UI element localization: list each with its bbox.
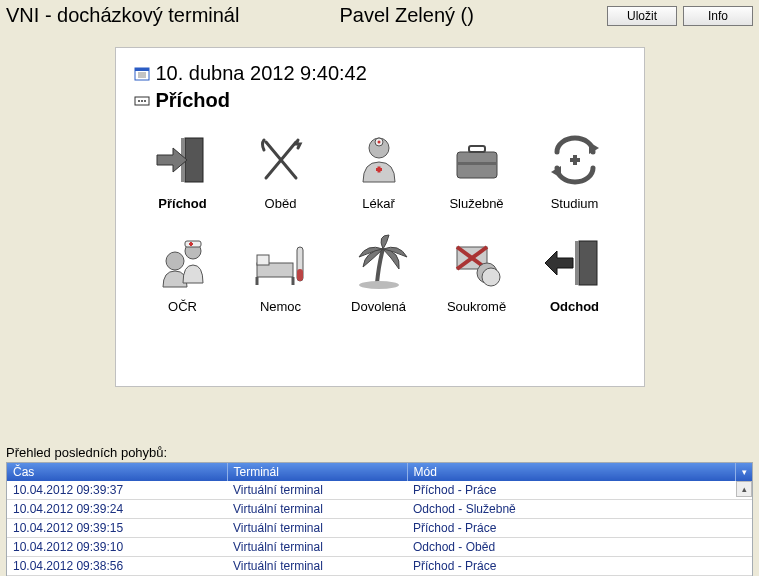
study-icon [545,130,605,190]
table-row[interactable]: 10.04.2012 09:38:56Virtuální terminalPří… [7,557,752,576]
briefcase-icon [447,130,507,190]
table-row[interactable]: 10.04.2012 09:39:24Virtuální terminalOdc… [7,500,752,519]
svg-marker-45 [545,251,573,275]
calendar-icon [134,66,150,82]
table-row[interactable]: 10.04.2012 09:39:15Virtuální terminalPří… [7,519,752,538]
table-row[interactable]: 10.04.2012 09:39:10Virtuální terminalOdc… [7,538,752,557]
info-button[interactable]: Info [683,6,753,26]
svg-rect-21 [457,162,497,165]
doctor-icon [349,130,409,190]
tile-label: Lékař [330,196,428,211]
scroll-up-button[interactable]: ▴ [736,481,752,497]
mode-icon [134,93,150,109]
action-grid: Příchod Oběd Lékař Služebně Studium [134,130,626,336]
tile-obed[interactable]: Oběd [232,130,330,211]
svg-rect-43 [579,241,597,285]
svg-point-16 [377,141,380,144]
tile-sluzebne[interactable]: Služebně [428,130,526,211]
table-title: Přehled posledních pohybů: [6,445,759,460]
tile-label: Odchod [526,299,624,314]
svg-point-8 [144,100,146,102]
svg-point-7 [141,100,143,102]
tile-label: Příchod [134,196,232,211]
private-icon [447,233,507,293]
svg-rect-44 [575,241,579,285]
svg-point-37 [359,281,399,289]
vacation-icon [349,233,409,293]
sick-icon [251,233,311,293]
svg-point-26 [166,252,184,270]
movements-table-wrap: ▾ ▴ Čas Terminál Mód 10.04.2012 09:39:37… [6,462,753,576]
svg-rect-36 [297,269,303,281]
col-mode[interactable]: Mód [407,463,752,481]
save-button[interactable]: Uložit [607,6,677,26]
movements-table: Čas Terminál Mód 10.04.2012 09:39:37Virt… [7,463,752,576]
datetime-label: 10. dubna 2012 9:40:42 [156,62,367,85]
tile-odchod[interactable]: Odchod [526,233,624,314]
tile-label: Oběd [232,196,330,211]
tile-label: OČR [134,299,232,314]
family-care-icon [153,233,213,293]
svg-rect-30 [189,243,193,245]
main-panel: 10. dubna 2012 9:40:42 Příchod Příchod O… [115,47,645,387]
app-title: VNI - docházkový terminál [6,4,239,27]
mode-label: Příchod [156,89,230,112]
svg-point-6 [138,100,140,102]
tile-lekar[interactable]: Lékař [330,130,428,211]
svg-rect-20 [469,146,485,152]
user-name: Pavel Zelený () [339,4,607,27]
svg-rect-1 [135,68,149,71]
col-time[interactable]: Čas [7,463,227,481]
tile-label: Dovolená [330,299,428,314]
tile-label: Soukromě [428,299,526,314]
tile-ocr[interactable]: OČR [134,233,232,314]
col-terminal[interactable]: Terminál [227,463,407,481]
tile-soukrome[interactable]: Soukromě [428,233,526,314]
tile-studium[interactable]: Studium [526,130,624,211]
tile-nemoc[interactable]: Nemoc [232,233,330,314]
departure-icon [545,233,605,293]
tile-label: Nemoc [232,299,330,314]
svg-point-42 [482,268,500,286]
arrival-icon [153,130,213,190]
table-row[interactable]: 10.04.2012 09:39:37Virtuální terminalPří… [7,481,752,500]
svg-rect-32 [257,255,269,265]
svg-rect-18 [377,167,380,173]
tile-label: Studium [526,196,624,211]
lunch-icon [251,130,311,190]
tile-label: Služebně [428,196,526,211]
tile-dovolena[interactable]: Dovolená [330,233,428,314]
table-menu-button[interactable]: ▾ [735,463,752,481]
tile-prichod[interactable]: Příchod [134,130,232,211]
